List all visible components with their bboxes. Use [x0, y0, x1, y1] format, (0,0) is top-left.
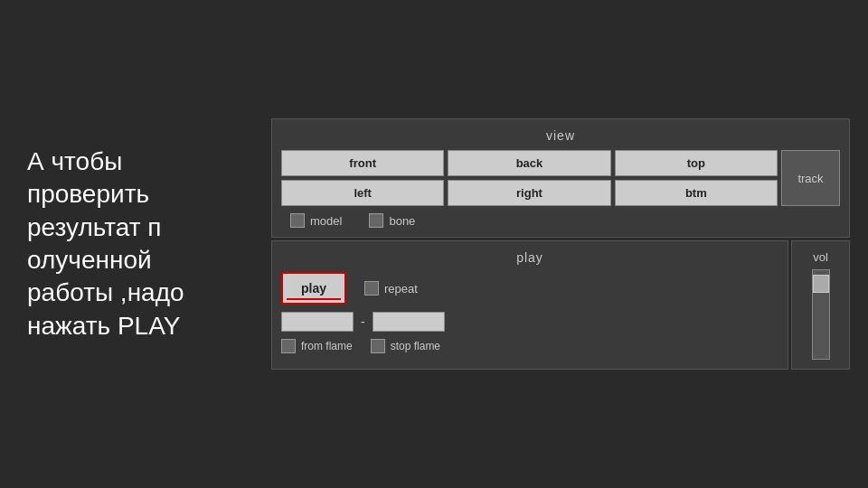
play-button[interactable]: play [281, 272, 346, 305]
stop-flame-item: stop flame [371, 339, 440, 353]
from-flame-label: from flame [301, 340, 353, 352]
vol-panel: vol [791, 240, 850, 370]
stop-flame-checkbox[interactable] [371, 339, 385, 353]
top-button[interactable]: top [615, 150, 778, 176]
view-panel: view front back top left right btm track… [271, 118, 850, 238]
stop-flame-label: stop flame [391, 340, 440, 352]
front-button[interactable]: front [281, 150, 444, 176]
from-flame-checkbox[interactable] [281, 339, 296, 353]
track-button[interactable]: track [781, 150, 840, 206]
right-button[interactable]: right [448, 180, 610, 206]
view-title: view [281, 128, 840, 143]
vol-handle[interactable] [813, 275, 829, 293]
repeat-label: repeat [384, 282, 418, 296]
play-row1: play repeat [281, 272, 778, 305]
play-row2: - [281, 312, 778, 332]
left-button[interactable]: left [281, 180, 444, 206]
btm-button[interactable]: btm [615, 180, 778, 206]
intro-text: А чтобы проверить результат п олученной … [0, 109, 253, 379]
start-frame-input[interactable] [281, 312, 354, 332]
vol-title: vol [813, 250, 828, 264]
dash-label: - [361, 314, 365, 329]
repeat-checkbox[interactable] [364, 281, 379, 296]
play-section: play play repeat - from flame [271, 240, 850, 370]
bone-checkbox[interactable] [369, 213, 383, 228]
play-title: play [281, 250, 778, 265]
end-frame-input[interactable] [373, 312, 445, 332]
back-button[interactable]: back [448, 150, 610, 176]
bone-label: bone [389, 214, 415, 228]
bone-checkbox-item: bone [369, 213, 415, 228]
from-flame-item: from flame [281, 339, 353, 353]
checkbox-row: model bone [281, 213, 840, 228]
play-panel: play play repeat - from flame [271, 240, 788, 370]
view-buttons-container: front back top left right btm track [281, 150, 840, 206]
view-grid: front back top left right btm [281, 150, 778, 206]
model-checkbox-item: model [290, 213, 342, 228]
repeat-item: repeat [364, 281, 418, 296]
vol-slider[interactable] [812, 269, 830, 360]
model-label: model [310, 214, 342, 228]
right-panel: view front back top left right btm track… [253, 100, 868, 388]
model-checkbox[interactable] [290, 213, 305, 228]
play-row3: from flame stop flame [281, 339, 778, 353]
